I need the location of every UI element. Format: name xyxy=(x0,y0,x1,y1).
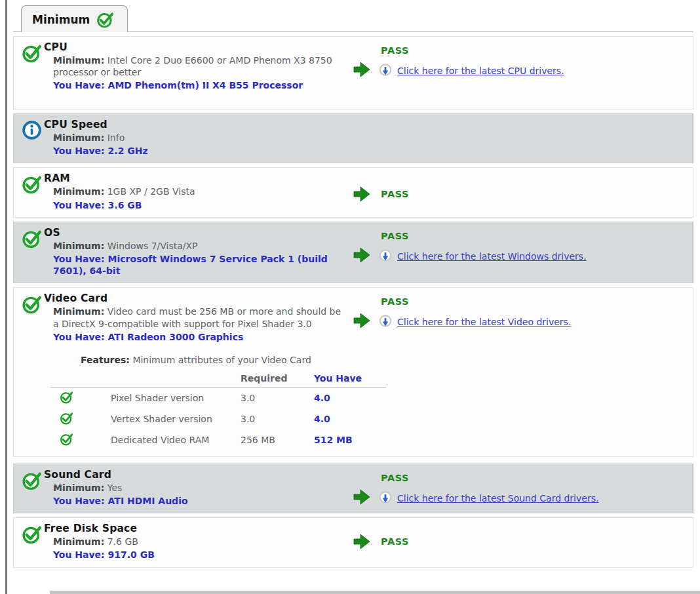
features-caption: Features: Minimum attributes of your Vid… xyxy=(81,355,688,365)
minimum-line: Minimum: Yes xyxy=(53,482,342,494)
requirement-row-free-disk-space: Free Disk Space Minimum: 7.6 GB You Have… xyxy=(13,517,693,567)
feature-row-dedicated-vram: Dedicated Video RAM 256 MB 512 MB xyxy=(50,429,386,450)
feature-row-vertex-shader: Vertex Shader version 3.0 4.0 xyxy=(50,408,386,429)
sound-card-drivers-link[interactable]: Click here for the latest Sound Card dri… xyxy=(397,493,598,504)
windows-drivers-link[interactable]: Click here for the latest Windows driver… xyxy=(397,251,587,262)
tab-minimum-label: Minimum xyxy=(32,13,90,26)
requirement-row-video-card: Video Card Minimum: Video card must be 2… xyxy=(13,287,693,457)
row-title: Video Card xyxy=(44,292,352,304)
check-icon xyxy=(60,432,73,446)
requirement-row-sound-card: Sound Card Minimum: Yes You Have: ATI HD… xyxy=(13,464,693,513)
requirement-row-cpu-speed: CPU Speed Minimum: Info You Have: 2.2 GH… xyxy=(13,113,693,163)
features-col-spacer xyxy=(111,370,241,387)
row-title: CPU xyxy=(44,41,352,53)
download-icon[interactable] xyxy=(378,249,393,264)
video-drivers-link[interactable]: Click here for the latest Video drivers. xyxy=(397,317,571,327)
download-icon[interactable] xyxy=(378,315,393,329)
pass-arrow-icon xyxy=(352,295,373,330)
check-icon xyxy=(22,292,44,343)
status-badge: PASS xyxy=(381,189,409,199)
status-badge: PASS xyxy=(381,296,571,307)
row-title: OS xyxy=(44,227,352,239)
requirements-panel: Minimum CPU Minimum: Intel Core 2 Duo E6… xyxy=(0,0,700,568)
status-badge: PASS xyxy=(381,231,587,241)
feature-row-pixel-shader: Pixel Shader version 3.0 4.0 xyxy=(50,387,386,408)
check-icon xyxy=(22,41,44,103)
tab-minimum[interactable]: Minimum xyxy=(21,5,128,32)
you-have-line: You Have: AMD Phenom(tm) II X4 B55 Proce… xyxy=(53,79,342,91)
row-title: Free Disk Space xyxy=(44,523,352,534)
panel-bottom-edge xyxy=(50,591,700,594)
pass-arrow-icon xyxy=(352,471,373,507)
you-have-line: You Have: 917.0 GB xyxy=(53,549,342,561)
features-col-required: Required xyxy=(241,370,314,387)
pass-arrow-icon xyxy=(352,229,373,265)
check-icon xyxy=(22,227,44,277)
download-icon[interactable] xyxy=(378,64,393,78)
pass-arrow-icon xyxy=(352,532,372,551)
check-icon xyxy=(60,411,73,425)
requirement-row-ram: RAM Minimum: 1GB XP / 2GB Vista You Have… xyxy=(13,167,693,217)
row-title: RAM xyxy=(44,172,352,184)
check-icon xyxy=(60,390,73,404)
pass-check-icon xyxy=(96,10,114,28)
you-have-line: You Have: 2.2 GHz xyxy=(53,145,342,157)
requirement-row-cpu: CPU Minimum: Intel Core 2 Duo E6600 or A… xyxy=(13,36,693,109)
minimum-line: Minimum: Windows 7/Vista/XP xyxy=(53,240,342,252)
minimum-line: Minimum: Info xyxy=(53,132,342,144)
download-icon[interactable] xyxy=(378,491,393,505)
you-have-line: You Have: ATI Radeon 3000 Graphics xyxy=(53,331,342,343)
status-badge: PASS xyxy=(381,536,409,547)
video-features-table: Features: Minimum attributes of your Vid… xyxy=(50,355,688,450)
status-badge: PASS xyxy=(381,473,598,483)
minimum-line: Minimum: Video card must be 256 MB or mo… xyxy=(53,306,342,329)
you-have-line: You Have: 3.6 GB xyxy=(53,199,342,211)
you-have-line: You Have: Microsoft Windows 7 Service Pa… xyxy=(53,253,342,277)
minimum-line: Minimum: 1GB XP / 2GB Vista xyxy=(53,186,342,197)
requirements-list: CPU Minimum: Intel Core 2 Duo E6600 or A… xyxy=(13,31,693,568)
check-icon xyxy=(22,469,44,507)
pass-arrow-icon xyxy=(352,184,372,204)
cpu-drivers-link[interactable]: Click here for the latest CPU drivers. xyxy=(397,66,564,76)
status-badge: PASS xyxy=(381,45,564,56)
row-title: CPU Speed xyxy=(44,119,352,130)
check-icon xyxy=(22,172,44,210)
features-col-you-have: You Have xyxy=(314,370,386,387)
pass-arrow-icon xyxy=(352,44,373,79)
info-icon xyxy=(22,119,44,157)
minimum-line: Minimum: Intel Core 2 Duo E6600 or AMD P… xyxy=(53,54,342,78)
check-icon xyxy=(22,523,44,561)
requirement-row-os: OS Minimum: Windows 7/Vista/XP You Have:… xyxy=(13,222,693,284)
minimum-line: Minimum: 7.6 GB xyxy=(53,536,342,547)
you-have-line: You Have: ATI HDMI Audio xyxy=(53,495,342,507)
features-col-spacer xyxy=(50,370,111,387)
row-title: Sound Card xyxy=(44,469,352,481)
